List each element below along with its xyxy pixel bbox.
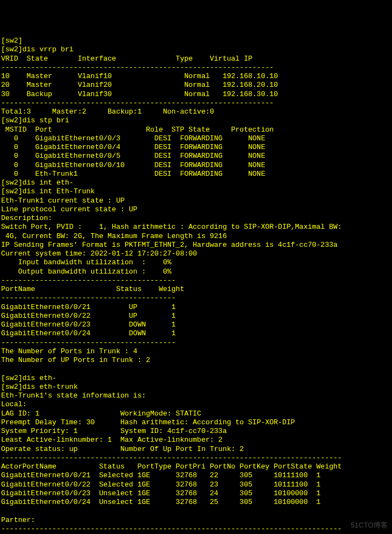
ip-sending-info: IP Sending Frames' Format is PKTFMT_ETHN… <box>1 241 337 249</box>
port-row: GigabitEthernet0/0/23 DOWN 1 <box>1 321 176 329</box>
stp-row: 0 GigabitEthernet0/0/4 DESI FORWARDING N… <box>1 143 265 151</box>
command-line[interactable]: dis int Eth-Trunk <box>22 187 95 195</box>
operate-status: Operate status: up Number Of Up Port In … <box>1 445 244 453</box>
switch-port-info: Switch Port, PVID : 1, Hash arithmetic :… <box>1 223 342 231</box>
prompt: [sw2] <box>1 179 22 187</box>
system-priority: System Priority: 1 System ID: 4c1f-cc70-… <box>1 427 227 435</box>
vrrp-row: 10 Master Vlanif10 Normal 192.168.10.10 <box>1 72 278 80</box>
actor-row: GigabitEthernet0/0/23 Unselect 1GE 32768… <box>1 489 320 497</box>
command-line[interactable]: dis stp bri <box>22 116 69 124</box>
active-linknumber: Least Active-linknumber: 1 Max Active-li… <box>1 436 223 444</box>
system-time: Current system time: 2022-01-12 17:20:27… <box>1 250 197 258</box>
input-bandwidth: Input bandwidth utilization : 0% <box>1 258 171 266</box>
separator: ----------------------------------------… <box>1 454 342 462</box>
prompt: [sw2] <box>1 374 22 382</box>
vrrp-header: VRID State Interface Type Virtual IP <box>1 55 252 63</box>
actor-row: GigabitEthernet0/0/24 Unselect 1GE 32768… <box>1 498 320 506</box>
stp-header: MSTID Port Role STP State Protection <box>1 126 274 134</box>
vrrp-row: 20 Master Vlanif20 Normal 192.168.20.10 <box>1 81 278 89</box>
vrrp-row: 30 Backup Vlanif30 Normal 192.168.30.10 <box>1 90 278 98</box>
separator: ----------------------------------------… <box>1 525 342 533</box>
port-header: PortName Status Weight <box>1 285 184 293</box>
trunk-state: Eth-Trunk1 current state : UP <box>1 197 124 205</box>
port-row: GigabitEthernet0/0/22 UP 1 <box>1 312 176 320</box>
stp-row: 0 GigabitEthernet0/0/3 DESI FORWARDING N… <box>1 134 265 143</box>
stp-row: 0 GigabitEthernet0/0/5 DESI FORWARDING N… <box>1 152 265 160</box>
num-ports: The Number of Ports in Trunk : 4 <box>1 347 138 355</box>
prompt: [sw2] <box>1 383 22 391</box>
partner-label: Partner: <box>1 516 35 524</box>
line-protocol: Line protocol current state : UP <box>1 205 138 213</box>
separator: ----------------------------------------… <box>1 63 274 72</box>
switch-port-info: 4G, Current BW: 2G, The Maximum Frame Le… <box>1 232 227 240</box>
lag-id: LAG ID: 1 WorkingMode: STATIC <box>1 410 201 418</box>
stp-row: 0 GigabitEthernet0/0/10 DESI FORWARDING … <box>1 161 265 169</box>
prompt: [sw2] <box>1 187 22 195</box>
command-line[interactable]: dis vrrp bri <box>22 45 74 54</box>
separator: ----------------------------------------… <box>1 276 176 284</box>
terminal-output: [sw2] [sw2]dis vrrp bri VRID State Inter… <box>1 37 392 534</box>
description-label: Description: <box>1 214 52 222</box>
num-up-ports: The Number of UP Ports in Trunk : 2 <box>1 356 150 364</box>
separator: ----------------------------------------… <box>1 99 274 107</box>
command-line[interactable]: dis eth- <box>22 374 56 382</box>
watermark: 51CTO博客 <box>351 521 388 530</box>
port-row: GigabitEthernet0/0/24 DOWN 1 <box>1 329 176 337</box>
prompt: [sw2] <box>1 37 22 45</box>
actor-header: ActorPortName Status PortType PortPri Po… <box>1 462 342 471</box>
local-label: Local: <box>1 400 27 408</box>
actor-row: GigabitEthernet0/0/21 Selected 1GE 32768… <box>1 471 320 479</box>
trunk-info: Eth-Trunk1's state information is: <box>1 391 146 400</box>
separator: ----------------------------------------… <box>1 294 176 302</box>
separator: ----------------------------------------… <box>1 339 176 347</box>
stp-row: 0 Eth-Trunk1 DESI FORWARDING NONE <box>1 170 265 178</box>
actor-row: GigabitEthernet0/0/22 Selected 1GE 32768… <box>1 480 320 489</box>
command-line[interactable]: dis int eth- <box>22 179 74 187</box>
preempt-delay: Preempt Delay Time: 30 Hash arithmetic: … <box>1 418 295 426</box>
output-bandwidth: Output bandwidth utilization : 0% <box>1 268 171 276</box>
prompt: [sw2] <box>1 116 22 124</box>
port-row: GigabitEthernet0/0/21 UP 1 <box>1 303 176 311</box>
prompt: [sw2] <box>1 45 22 54</box>
command-line[interactable]: dis eth-trunk <box>22 383 78 391</box>
vrrp-totals: Total:3 Master:2 Backup:1 Non-active:0 <box>1 108 214 116</box>
